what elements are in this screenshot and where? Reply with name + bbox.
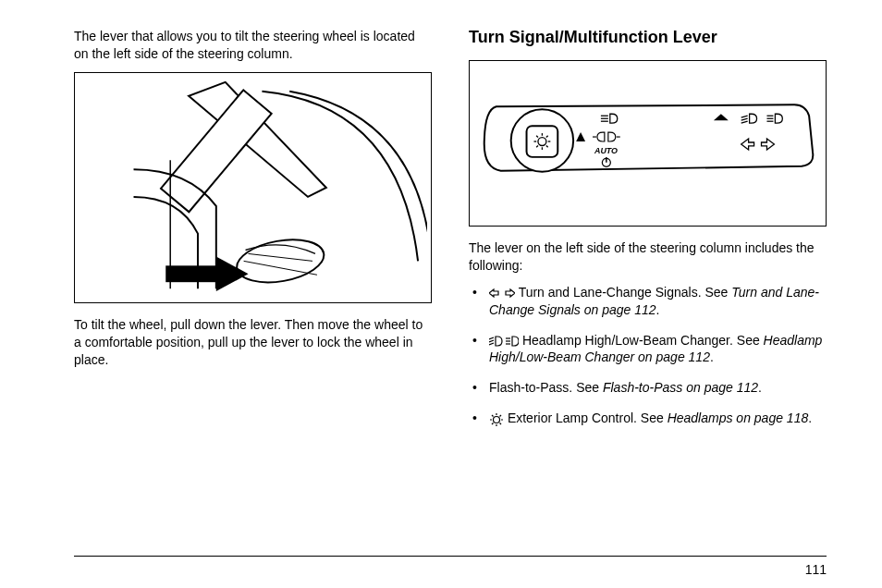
left-column: The lever that allows you to tilt the st… xyxy=(74,28,432,545)
list-item: Headlamp High/Low-Beam Changer. See Head… xyxy=(472,332,827,367)
turn-arrows-icon xyxy=(489,288,515,299)
footer-divider xyxy=(74,556,827,557)
bullet-after: . xyxy=(656,302,660,317)
beams-icon xyxy=(489,336,519,347)
feature-list: Turn and Lane-Change Signals. See Turn a… xyxy=(469,284,827,427)
pull-down-arrow-icon xyxy=(165,256,248,291)
bullet-after: . xyxy=(808,410,812,425)
svg-marker-31 xyxy=(506,289,515,297)
svg-line-32 xyxy=(489,337,494,339)
bullet-text: Headlamp High/Low-Beam Changer. See xyxy=(522,333,764,348)
tilt-intro-text: The lever that allows you to tilt the st… xyxy=(74,28,432,63)
svg-rect-5 xyxy=(527,126,558,157)
tilt-lever-illustration xyxy=(79,77,427,299)
svg-line-46 xyxy=(500,423,502,424)
section-heading: Turn Signal/Multifunction Lever xyxy=(469,28,827,47)
svg-line-45 xyxy=(492,423,494,424)
right-column: Turn Signal/Multifunction Lever xyxy=(469,28,827,545)
svg-line-34 xyxy=(489,343,494,345)
bullet-text: Flash-to-Pass. See xyxy=(489,380,603,395)
bullet-ref: Headlamps on page 118 xyxy=(668,410,809,425)
tilt-caption-text: To tilt the wheel, pull down the lever. … xyxy=(74,316,432,369)
bullet-after: . xyxy=(758,380,762,395)
svg-line-44 xyxy=(500,415,502,417)
bullet-text: Exterior Lamp Control. See xyxy=(508,410,668,425)
svg-line-33 xyxy=(489,340,494,342)
svg-line-43 xyxy=(492,415,494,417)
bullet-ref: Flash-to-Pass on page 112 xyxy=(603,380,758,395)
svg-point-1 xyxy=(234,233,327,288)
svg-rect-2 xyxy=(165,265,216,282)
page-number: 111 xyxy=(805,562,827,577)
svg-marker-30 xyxy=(489,289,498,297)
lever-lead-text: The lever on the left side of the steeri… xyxy=(469,239,827,275)
list-item: Flash-to-Pass. See Flash-to-Pass on page… xyxy=(472,379,827,397)
tilt-lever-figure xyxy=(74,72,432,303)
multifunction-lever-illustration: AUTO xyxy=(473,65,822,222)
lamp-icon xyxy=(489,412,504,427)
bullet-text: Turn and Lane-Change Signals. See xyxy=(519,285,732,300)
bullet-after: . xyxy=(710,349,714,364)
page-content: The lever that allows you to tilt the st… xyxy=(74,28,827,545)
multifunction-lever-figure: AUTO xyxy=(469,60,827,227)
list-item: Exterior Lamp Control. See Headlamps on … xyxy=(472,410,827,427)
list-item: Turn and Lane-Change Signals. See Turn a… xyxy=(472,284,827,319)
auto-label: AUTO xyxy=(594,146,618,155)
svg-point-38 xyxy=(494,416,500,423)
